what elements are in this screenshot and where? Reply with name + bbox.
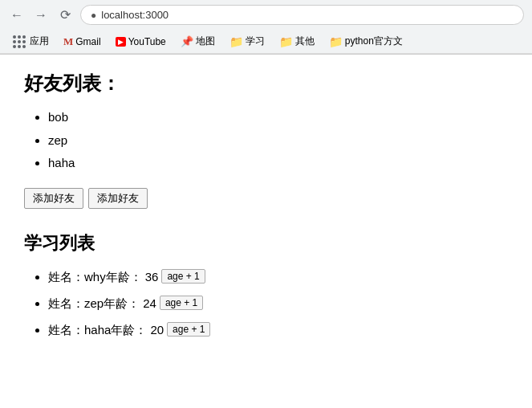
age-btn-1[interactable]: age + 1 — [160, 296, 203, 310]
bookmark-apps-label: 应用 — [30, 35, 49, 48]
friend-name-1: zep — [48, 133, 67, 147]
bookmark-maps-label: 地图 — [196, 35, 215, 48]
browser-toolbar: ← → ⟳ ● localhost:3000 — [0, 0, 532, 30]
add-friend-button-2[interactable]: 添加好友 — [88, 188, 148, 209]
friends-list: bob zep haha — [24, 106, 508, 175]
study-age-0: 36 — [145, 263, 159, 290]
list-item: 姓名：why年龄： 36 age + 1 — [48, 263, 508, 290]
bookmark-study-label: 学习 — [246, 35, 265, 48]
bookmarks-bar: 应用 M Gmail ▶ YouTube 📌 地图 📁 学习 📁 其他 📁 — [0, 30, 532, 54]
study-title: 学习列表 — [24, 231, 508, 255]
age-btn-0[interactable]: age + 1 — [161, 269, 205, 284]
add-friend-buttons: 添加好友 添加好友 — [24, 188, 508, 209]
browser-chrome: ← → ⟳ ● localhost:3000 应用 M Gmail ▶ YouT… — [0, 0, 532, 55]
study-age-2: 20 — [150, 316, 164, 343]
study-list: 姓名：why年龄： 36 age + 1 姓名：zep年龄： 24 age + … — [24, 263, 508, 343]
bookmark-study[interactable]: 📁 学习 — [225, 33, 270, 50]
url-text: localhost:3000 — [101, 9, 169, 21]
study-item-0: 姓名：why年龄： 36 age + 1 — [48, 263, 508, 290]
bookmark-other-label: 其他 — [295, 35, 315, 48]
bookmark-apps[interactable]: 应用 — [8, 33, 54, 50]
folder-study-icon: 📁 — [229, 35, 243, 48]
study-age-1: 24 — [143, 290, 156, 316]
list-item: bob — [48, 106, 508, 129]
back-button[interactable]: ← — [8, 6, 26, 24]
bookmark-gmail[interactable]: M Gmail — [59, 34, 106, 50]
age-btn-2[interactable]: age + 1 — [167, 322, 210, 337]
bookmark-python[interactable]: 📁 python官方文 — [324, 33, 408, 50]
lock-icon: ● — [91, 10, 96, 21]
list-item: 姓名：haha年龄： 20 age + 1 — [48, 316, 508, 343]
study-label-2: 姓名：haha年龄： — [48, 316, 147, 343]
forward-button[interactable]: → — [32, 6, 50, 24]
youtube-icon: ▶ — [116, 37, 126, 47]
list-item: 姓名：zep年龄： 24 age + 1 — [48, 290, 508, 316]
study-item-1: 姓名：zep年龄： 24 age + 1 — [48, 290, 508, 316]
apps-icon — [13, 35, 26, 48]
list-item: haha — [48, 152, 508, 175]
friend-name-2: haha — [48, 156, 75, 169]
bookmark-youtube[interactable]: ▶ YouTube — [111, 35, 171, 49]
friend-name-0: bob — [48, 110, 68, 124]
address-bar[interactable]: ● localhost:3000 — [80, 5, 524, 25]
reload-button[interactable]: ⟳ — [56, 6, 74, 24]
bookmark-other[interactable]: 📁 其他 — [274, 33, 319, 50]
study-item-2: 姓名：haha年龄： 20 age + 1 — [48, 316, 508, 343]
folder-other-icon: 📁 — [279, 35, 293, 48]
bookmark-python-label: python官方文 — [345, 35, 403, 48]
maps-icon: 📌 — [181, 35, 193, 47]
friends-title: 好友列表： — [24, 71, 508, 96]
list-item: zep — [48, 129, 508, 153]
study-label-0: 姓名：why年龄： — [48, 263, 142, 290]
folder-python-icon: 📁 — [329, 35, 343, 48]
bookmark-maps[interactable]: 📌 地图 — [176, 33, 220, 50]
study-label-1: 姓名：zep年龄： — [48, 290, 140, 316]
page-content: 好友列表： bob zep haha 添加好友 添加好友 学习列表 姓名：why… — [0, 55, 532, 359]
bookmark-gmail-label: Gmail — [75, 36, 100, 47]
gmail-icon: M — [63, 35, 73, 48]
bookmark-youtube-label: YouTube — [128, 36, 166, 47]
add-friend-button-1[interactable]: 添加好友 — [24, 188, 83, 209]
